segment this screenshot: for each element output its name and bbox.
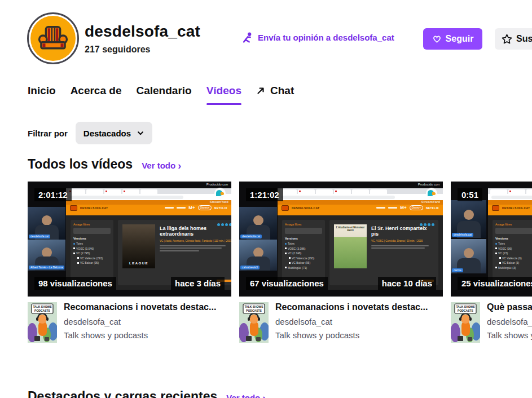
filter-selected-value: Destacados xyxy=(83,129,131,138)
webcam-name-chip: calvabrevis3 xyxy=(240,266,260,269)
site-sidebar: Amaga filtres Versions Totes VOSC (3.046… xyxy=(71,220,113,285)
svg-text:TALK SHOWS: TALK SHOWS xyxy=(244,305,263,308)
shared-browser-window: DESDELSOFA.CAT M+ Disney+ NETFLIX Amaga … xyxy=(488,188,532,290)
disney-plus-logo: Disney+ xyxy=(198,205,212,210)
follower-count: 217 seguidores xyxy=(85,45,200,55)
feedback-link[interactable]: Envía tu opinión a desdelsofa_cat xyxy=(241,32,394,43)
site-search-box xyxy=(285,228,322,234)
movie-title: La lliga dels homes extraordinaris xyxy=(160,225,227,237)
subscribe-button[interactable]: Suscribirse xyxy=(495,28,532,50)
video-thumbnail[interactable]: desdelsofa.cat carme DESDELSOFA.CAT M+ D xyxy=(451,182,532,297)
site-name: DESDELSOFA.CAT xyxy=(502,206,530,210)
webcam-name-chip: Albert Tarrés - La Balcona xyxy=(29,266,64,269)
follow-button[interactable]: Seguir xyxy=(423,28,482,50)
video-channel[interactable]: desdelsofa_cat xyxy=(487,317,532,326)
see-all-highlights-link[interactable]: Ver todo › xyxy=(226,393,266,398)
category-boxart[interactable]: TALK SHOWS PODCASTS xyxy=(451,302,480,343)
follow-button-label: Seguir xyxy=(446,34,474,44)
views-badge: 67 visualizaciones xyxy=(246,277,328,290)
streamyard-watermark-text: Producido con xyxy=(206,183,228,186)
video-category[interactable]: Talk shows y podcasts xyxy=(487,330,532,340)
site-header: DESDELSOFA.CAT M+ Disney+ NETFLIX xyxy=(66,200,231,215)
site-sidebar: Amaga filtres Versions Totes VOSC (3.086… xyxy=(282,220,325,285)
netflix-logo: NETFLIX xyxy=(214,206,227,210)
movie-title: El Sr. Henri comparteix pis xyxy=(371,225,434,237)
video-title[interactable]: Què passa xyxy=(487,302,532,312)
streamyard-brand: StreamYard xyxy=(421,200,440,204)
sidebar-item: VC València (293) xyxy=(77,257,111,260)
tab-calendario[interactable]: Calendario xyxy=(136,85,191,105)
feedback-link-label: Envía tu opinión a desdelsofa_cat xyxy=(258,33,394,42)
video-channel[interactable]: desdelsofa_cat xyxy=(275,317,428,326)
section-title-highlights: Destacados y cargas recientes xyxy=(28,389,217,398)
channel-name: desdelsofa_cat xyxy=(85,23,200,41)
sidebar-item: VC Balear (95) xyxy=(77,261,111,264)
category-boxart[interactable]: TALK SHOWS PODCASTS xyxy=(28,302,57,343)
channel-avatar[interactable] xyxy=(27,12,79,64)
webcam-name-chip: desdelsofa.cat xyxy=(29,235,50,238)
see-all-videos-link[interactable]: Ver todo › xyxy=(142,161,181,171)
couch-icon xyxy=(38,25,68,52)
sidebar-item: Totes xyxy=(285,242,322,245)
tab-chat[interactable]: Chat xyxy=(256,85,294,105)
video-card: Producido con StreamYard desdelsofa.cat … xyxy=(239,182,443,343)
couch-icon xyxy=(30,16,76,61)
duration-badge: 2:01:12 xyxy=(34,188,72,201)
webcam-name-chip: desdelsofa.cat xyxy=(452,233,473,237)
views-badge: 25 visualizaciones xyxy=(458,277,532,290)
streamyard-watermark-text: Producido con xyxy=(418,183,439,186)
webcam-feed-guest: carme xyxy=(451,239,486,273)
site-movie-panel: L'étudiante et Monsieur Henri El Sr. Hen… xyxy=(329,220,438,285)
sidebar-link: Amaga filtres xyxy=(73,223,111,226)
age-badge: hace 3 días xyxy=(171,277,225,290)
tab-videos[interactable]: Vídeos xyxy=(206,85,241,105)
movie-meta: VC | Acció, Aventures, Ciència-ficció, F… xyxy=(160,240,231,242)
svg-text:PODCASTS: PODCASTS xyxy=(458,309,473,312)
video-category[interactable]: Talk shows y podcasts xyxy=(275,330,428,340)
svg-text:TALK SHOWS: TALK SHOWS xyxy=(33,305,52,308)
video-title[interactable]: Recomanacions i novetats destac... xyxy=(275,302,428,312)
site-name: DESDELSOFA.CAT xyxy=(80,206,108,210)
filter-label: Filtrar por xyxy=(28,129,68,138)
site-movie-panel: LEAGUE La lliga dels homes extraordinari… xyxy=(118,220,231,285)
sidebar-title: Versions xyxy=(495,237,532,240)
sidebar-item: Totes xyxy=(73,242,111,245)
tab-chat-label: Chat xyxy=(270,85,294,97)
video-channel[interactable]: desdelsofa_cat xyxy=(64,317,216,326)
sidebar-item: Multilingüe (3) xyxy=(495,266,532,269)
tab-inicio[interactable]: Inicio xyxy=(28,85,56,105)
video-thumbnail[interactable]: Producido con StreamYard desdelsofa.cat … xyxy=(28,182,231,297)
sidebar-item: VC Balear (3) xyxy=(499,261,532,264)
sidebar-link: Amaga filtres xyxy=(285,223,322,226)
sidebar-item: VC (23) xyxy=(495,251,532,255)
section-title-all-videos: Todos los vídeos xyxy=(28,157,133,172)
tab-acerca-de[interactable]: Acerca de xyxy=(71,85,122,105)
movistar-plus-logo: M+ xyxy=(188,205,195,210)
webcam-feed-host: desdelsofa.cat xyxy=(239,207,277,240)
site-logo-icon xyxy=(492,205,499,211)
social-share-icons xyxy=(217,223,231,226)
streamyard-logo-icon xyxy=(426,188,437,199)
movie-description-lines xyxy=(371,245,434,249)
social-share-icons xyxy=(420,223,434,226)
sidebar-item: VC (2.745) xyxy=(73,251,111,255)
site-sidebar: Amaga filtres Versions Totes VOSC (36) V… xyxy=(493,220,532,285)
sidebar-item: Multilingüe (71) xyxy=(285,266,322,269)
heart-outline-icon xyxy=(432,34,442,43)
sidebar-item: VC (2.748) xyxy=(285,251,322,255)
video-category[interactable]: Talk shows y podcasts xyxy=(64,330,216,340)
video-card: desdelsofa.cat carme DESDELSOFA.CAT M+ D xyxy=(451,182,532,343)
sidebar-item: VC Balear (95) xyxy=(289,261,322,264)
webcam-name-chip: carme xyxy=(452,268,463,272)
video-title[interactable]: Recomanacions i novetats destac... xyxy=(64,302,216,312)
category-boxart[interactable]: TALK SHOWS PODCASTS xyxy=(239,302,269,343)
filter-dropdown[interactable]: Destacados xyxy=(76,122,152,144)
video-card-row: Producido con StreamYard desdelsofa.cat … xyxy=(28,182,532,343)
subscribe-button-label: Suscribirse xyxy=(516,34,532,44)
duration-badge: 1:21:02 xyxy=(246,188,283,201)
disney-plus-logo: Disney+ xyxy=(410,205,423,210)
sidebar-item: VC València (293) xyxy=(289,257,322,260)
video-thumbnail[interactable]: Producido con StreamYard desdelsofa.cat … xyxy=(239,182,443,297)
movie-meta: VC, VOSC | Comèdia, Drama | 90 min. | 20… xyxy=(371,240,434,242)
sidebar-item: VOSC (3.086) xyxy=(285,247,322,250)
